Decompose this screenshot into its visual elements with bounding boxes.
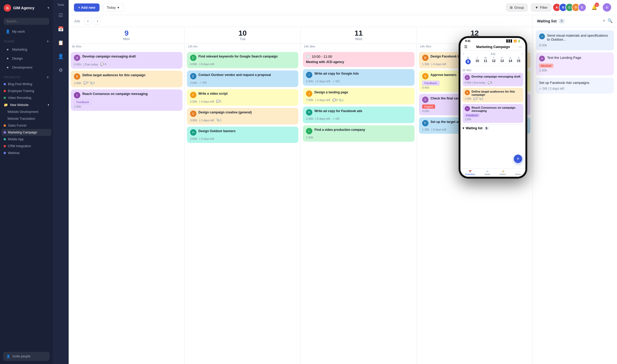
mobile-task-card[interactable]: A Develop campaign messaging draft 0:45h… — [463, 73, 523, 86]
mobile-waiting-count: 5 — [484, 126, 489, 130]
task-avatar: A — [74, 55, 80, 61]
tool-calendar[interactable]: 📅 — [56, 24, 65, 34]
team-icon: ● — [5, 65, 10, 69]
task-card[interactable]: G Design campaign creative (general) 3:0… — [187, 108, 299, 124]
tasks-icon: ☑ — [486, 170, 488, 173]
app-logo[interactable]: G GIM Agency ▾ — [0, 0, 53, 16]
mobile-waiting-title: Waiting list — [466, 126, 483, 130]
task-comments: 💬3 📎1 — [332, 98, 344, 102]
next-month-icon[interactable]: › — [522, 52, 523, 55]
day-name-tue: Tue — [187, 37, 298, 41]
waiting-card[interactable]: A Send visual materials and specificatio… — [536, 30, 614, 50]
add-new-button[interactable]: + Add new — [74, 3, 100, 12]
sidebar-item-new-website[interactable]: 📁 New Website ▾ — [0, 101, 53, 108]
mobile-nav-notes[interactable]: 📝 Notes — [500, 170, 506, 176]
task-card[interactable]: C Reach Consensus on campaign messaging … — [71, 89, 182, 111]
sidebar-item-webinar[interactable]: Webinar — [0, 150, 53, 156]
task-title: Find a video production company — [314, 128, 365, 132]
task-card[interactable]: H Design Outdoor banners 2:00h | 3 days … — [187, 127, 299, 143]
expand-icon[interactable]: ▾ — [48, 103, 49, 106]
task-title: Design Outdoor banners — [199, 129, 236, 133]
sidebar-item-blog-post[interactable]: Blog Post Writing — [0, 81, 53, 88]
hamburger-icon[interactable]: ☰ — [464, 45, 468, 49]
sidebar-item-sales-funnel[interactable]: Sales Funnel — [0, 122, 53, 129]
filter-button[interactable]: ▼ Filter — [531, 3, 552, 12]
add-waiting-btn[interactable]: + — [602, 18, 605, 24]
cal-next-btn[interactable]: › — [94, 17, 101, 25]
teams-add-btn[interactable]: + — [46, 39, 49, 44]
waiting-card[interactable]: B Test the Landing Page blocked 1:30h — [536, 52, 614, 75]
tool-list[interactable]: 📋 — [56, 38, 65, 47]
user-avatar[interactable]: U — [602, 3, 612, 12]
cal-prev-btn[interactable]: ‹ — [84, 17, 92, 25]
task-days: | 3 days left — [315, 98, 330, 102]
mobile-nav-schedule[interactable]: 📅 Schedule — [465, 170, 475, 176]
today-button[interactable]: Today ▾ — [103, 3, 123, 12]
task-time: 1:30h — [422, 63, 430, 66]
sidebar-item-crm[interactable]: CRM Integration — [0, 143, 53, 150]
task-avatar: N — [422, 73, 428, 79]
search-waiting-btn[interactable]: 🔍 — [607, 18, 613, 24]
notification-button[interactable]: 🔔 12 — [590, 3, 599, 12]
sidebar-item-website-trans[interactable]: Website Translation — [0, 115, 53, 122]
task-meta: 1:00h — [74, 105, 179, 108]
sidebar-item-mywork[interactable]: 👤 My work — [2, 27, 51, 36]
sidebar-item-design[interactable]: ● Design — [2, 54, 51, 63]
sidebar-item-website-dev[interactable]: Website Development — [0, 108, 53, 115]
tool-checkbox[interactable]: ☑ — [56, 11, 65, 20]
project-name: Marketing Campaign — [8, 131, 37, 134]
task-card[interactable]: F Write a video script 2:00h | 4 days le… — [187, 89, 299, 106]
sidebar-item-mobile-app[interactable]: Mobile App — [0, 136, 53, 143]
invite-people-btn[interactable]: 👤 Invite people — [3, 352, 50, 361]
task-card[interactable]: J Design a landing page 7:00h | 3 days l… — [303, 88, 415, 104]
waiting-task-name: Set up Facebook Ads campaigns — [539, 81, 589, 85]
task-card[interactable]: L Find a video production company 1:30h — [303, 125, 415, 142]
day-num-thu: 12 — [420, 30, 530, 37]
mobile-task-card[interactable]: B Define target audiences for this campa… — [463, 88, 523, 102]
task-card[interactable]: A Develop campaign messaging draft 0:45h… — [71, 52, 182, 69]
task-card[interactable]: I Write ad copy for Google Ads 2:30h | 6… — [303, 69, 415, 86]
task-time: 1:00h — [74, 105, 81, 108]
search-input[interactable] — [4, 18, 49, 25]
mobile-time-header: 2h 45m — [463, 68, 523, 73]
team-avatars[interactable]: A B C D E — [555, 3, 586, 12]
sidebar-teams-section: Teams + — [0, 36, 53, 45]
task-card[interactable]: E Contact Ourdoor vendor and request a p… — [187, 70, 299, 87]
mobile-fab-btn[interactable]: + — [514, 155, 522, 163]
task-time: 4:00h — [190, 63, 197, 66]
avatar-5[interactable]: E — [578, 3, 586, 12]
day-col-tue: 10 Tue 13h 0m D Find relevant keywords f… — [185, 27, 301, 364]
waiting-card[interactable]: Set up Facebook Ads campaigns ✓ 0/9 | 3 … — [536, 78, 614, 94]
mobile-task-card[interactable]: C Reach Consensus on campaign messaging … — [463, 104, 523, 123]
mobile-nav-tasks[interactable]: ☑ Tasks — [484, 170, 491, 176]
waiting-avatar: A — [539, 33, 545, 39]
prev-month-icon[interactable]: ‹ — [463, 52, 464, 55]
mobile-cal-day: W11 — [484, 56, 487, 64]
sidebar-item-marketing[interactable]: ● Marketing — [2, 45, 51, 54]
task-title: Write a video script — [199, 92, 228, 96]
sidebar-item-employee-training[interactable]: Employee Training — [0, 88, 53, 94]
tool-person[interactable]: 👤 — [56, 52, 65, 61]
projects-add-btn[interactable]: + — [46, 75, 49, 80]
task-header: J Design a landing page — [306, 90, 411, 97]
task-card[interactable]: B Define target audiences for this campa… — [71, 71, 182, 87]
sidebar-item-video-recording[interactable]: Video Recording — [0, 94, 53, 101]
mobile-nav-more[interactable]: ··· More — [515, 170, 521, 176]
feedback-badge: Feedback — [74, 100, 91, 104]
sidebar-item-marketing-campaign[interactable]: Marketing Campaign — [2, 129, 51, 136]
project-name: CRM Integration — [8, 144, 31, 148]
group-button[interactable]: ⊞ Group — [506, 3, 528, 12]
event-title: Meeting with JCD agency — [306, 60, 411, 64]
mobile-task-title: Develop campaign messaging draft — [472, 75, 520, 78]
mobile-task-header: C Reach Consensus on campaign messaging — [465, 106, 521, 112]
tool-settings[interactable]: ⚙ — [56, 65, 65, 75]
app-chevron[interactable]: ▾ — [48, 6, 49, 10]
task-card-event[interactable]: 🕙 10:00 - 11:00 Meeting with JCD agency — [303, 52, 415, 67]
mobile-time: 9:41 — [465, 40, 470, 42]
nav-schedule-label: Schedule — [465, 173, 475, 176]
task-checklist: ✓ 0/8 — [199, 81, 206, 84]
task-card[interactable]: D Find relevant keywords for Google Sear… — [187, 52, 299, 68]
task-card[interactable]: K Write ad copy for Facebook ads 2:30h |… — [303, 107, 415, 123]
mobile-more-icon[interactable]: ··· — [519, 45, 522, 49]
sidebar-item-development[interactable]: ● Development — [2, 63, 51, 71]
